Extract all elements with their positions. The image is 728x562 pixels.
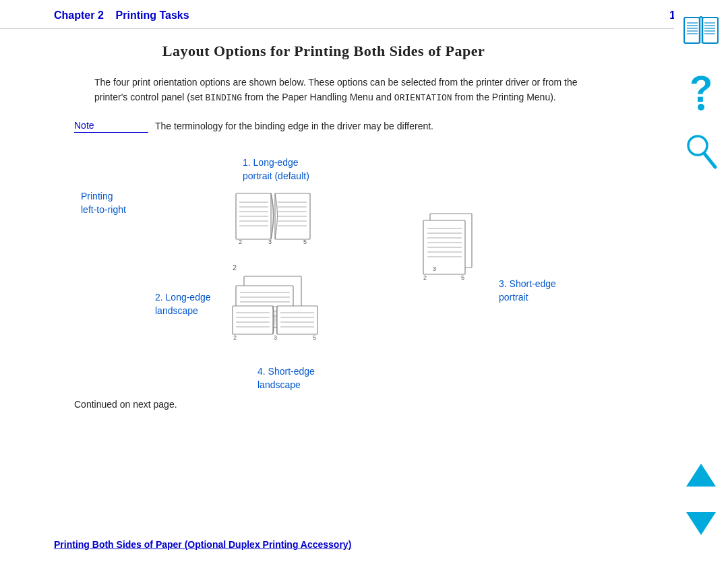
svg-text:5: 5 [461, 274, 464, 281]
diagrams-container: Printingleft-to-right 1. Long-edgeportra… [67, 150, 634, 392]
book-icon[interactable] [681, 13, 721, 51]
diagram4: 2 3 5 [229, 298, 324, 367]
svg-text:2: 2 [423, 274, 427, 281]
svg-text:5: 5 [303, 239, 307, 245]
up-arrow-button[interactable] [686, 464, 716, 487]
search-icon[interactable] [684, 133, 718, 175]
svg-text:2: 2 [233, 334, 237, 341]
footer-link-text[interactable]: Printing Both Sides of Paper (Optional D… [54, 539, 351, 550]
page-header: Chapter 2 Printing Tasks 121 [0, 0, 728, 29]
right-sidebar: ? [674, 0, 728, 562]
continued-text: Continued on next page. [54, 399, 593, 410]
svg-text:3: 3 [274, 334, 277, 341]
down-arrow-button[interactable] [686, 512, 716, 535]
label1: 1. Long-edgeportrait (default) [243, 156, 309, 183]
question-icon[interactable]: ? [686, 71, 716, 113]
page-title: Layout Options for Printing Both Sides o… [54, 42, 593, 60]
printing-lr-label: Printingleft-to-right [81, 190, 126, 216]
svg-rect-0 [684, 18, 700, 43]
svg-rect-46 [233, 306, 273, 334]
main-content: Layout Options for Printing Both Sides o… [0, 29, 647, 423]
description-text: The four print orientation options are s… [54, 75, 593, 106]
svg-text:5: 5 [313, 334, 316, 341]
chapter-label: Chapter 2 [54, 9, 104, 21]
label3: 3. Short-edgeportrait [499, 278, 556, 304]
svg-text:3: 3 [268, 239, 272, 245]
svg-rect-47 [277, 306, 317, 334]
svg-rect-1 [702, 18, 718, 43]
label4: 4. Short-edgelandscape [257, 365, 315, 392]
svg-text:3: 3 [433, 266, 436, 272]
svg-point-15 [698, 104, 704, 111]
chapter-header: Chapter 2 Printing Tasks [54, 9, 189, 22]
svg-text:2: 2 [239, 239, 242, 245]
footer-link[interactable]: Printing Both Sides of Paper (Optional D… [54, 539, 351, 550]
diagram1: 2 3 5 [229, 190, 324, 266]
note-label: Note [74, 120, 148, 133]
svg-line-17 [704, 154, 715, 167]
diagram2-num: 2 [233, 261, 237, 272]
note-text: The terminology for the binding edge in … [155, 119, 433, 133]
note-section: Note The terminology for the binding edg… [54, 119, 593, 133]
diagram3: 2 3 5 [418, 210, 485, 300]
chapter-title: Printing Tasks [116, 9, 189, 21]
label2: 2. Long-edgelandscape [155, 291, 211, 317]
